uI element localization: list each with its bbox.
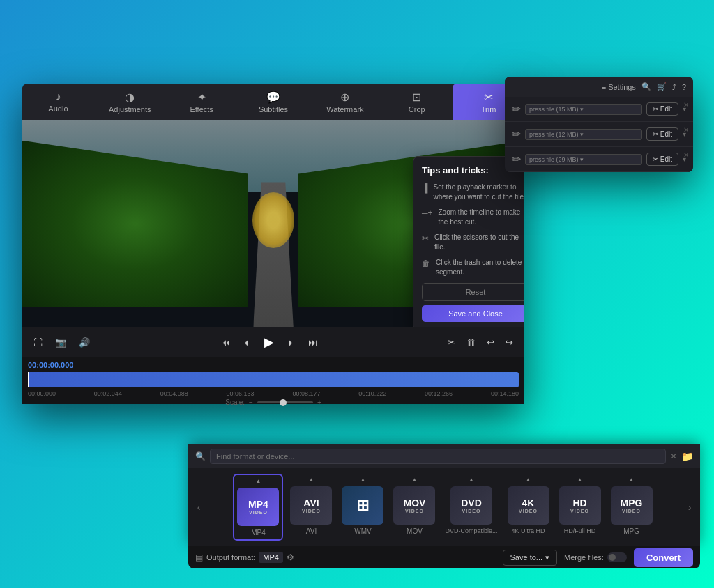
search-button[interactable]: 🔍 bbox=[641, 82, 651, 91]
format-mpg[interactable]: ▲ MPG VIDEO MPG bbox=[608, 474, 655, 541]
format-scroll: ‹ ▲ MP4 VIDEO MP4 ▲ AVI VIDEO AVI ▲ bbox=[188, 468, 700, 546]
4k-label: 4K Ultra HD bbox=[512, 527, 545, 534]
format-mov[interactable]: ▲ MOV VIDEO MOV bbox=[390, 474, 438, 541]
tab-subtitles[interactable]: 💬 Subtitles bbox=[238, 84, 310, 120]
file-2-edit-button[interactable]: ✂ Edit bbox=[646, 127, 678, 141]
prev-frame-button[interactable]: ⏴ bbox=[240, 336, 255, 349]
timeline-area: 00:00:00.000 00:00.000 00:02.044 00:04.0… bbox=[22, 357, 524, 404]
fullscreen-button[interactable]: ⛶ bbox=[31, 336, 45, 349]
cut-button[interactable]: ✂ bbox=[445, 336, 458, 349]
convert-button[interactable]: Convert bbox=[634, 548, 693, 567]
ruler-mark-2: 00:04.088 bbox=[160, 390, 188, 397]
search-clear-icon[interactable]: ✕ bbox=[670, 451, 677, 461]
tab-watermark-label: Watermark bbox=[326, 105, 363, 114]
mpg-icon: MPG VIDEO bbox=[611, 486, 653, 525]
format-next-arrow[interactable]: › bbox=[679, 502, 700, 513]
crop-icon: ⊡ bbox=[412, 91, 421, 104]
ruler-mark-0: 00:00.000 bbox=[28, 390, 56, 397]
volume-button[interactable]: 🔊 bbox=[76, 336, 93, 349]
file-item-2: ✕ ✏ press file (12 MB) ▾ ✂ Edit ▾ bbox=[505, 122, 693, 147]
output-settings-icon[interactable]: ⚙ bbox=[287, 552, 294, 562]
file-2-badge[interactable]: press file (12 MB) ▾ bbox=[525, 129, 642, 140]
delete-segment-button[interactable]: 🗑 bbox=[464, 336, 478, 349]
tab-adjustments[interactable]: ◑ Adjustments bbox=[94, 84, 166, 120]
right-panel: ≡ Settings 🔍 🛒 ⤴ ? ✕ ✏ press file (15 MB… bbox=[505, 77, 693, 172]
file-2-close[interactable]: ✕ bbox=[683, 126, 689, 134]
format-hd[interactable]: ▲ HD VIDEO HD/Full HD bbox=[556, 474, 604, 541]
scale-thumb[interactable] bbox=[280, 399, 287, 406]
format-dvd[interactable]: ▲ DVD VIDEO DVD-Compatible... bbox=[442, 474, 500, 541]
tab-crop[interactable]: ⊡ Crop bbox=[381, 84, 453, 120]
tab-bar: ♪ Audio ◑ Adjustments ✦ Effects 💬 Subtit… bbox=[22, 84, 524, 120]
tip-2-text: Zoom the timeline to make the best cut. bbox=[439, 208, 524, 227]
redo-button[interactable]: ↪ bbox=[503, 336, 516, 349]
tip-1: ▐ Set the playback marker to where you w… bbox=[422, 183, 524, 202]
format-search-input[interactable] bbox=[210, 449, 666, 464]
file-1-edit-label: Edit bbox=[660, 105, 672, 113]
file-3-badge[interactable]: press file (29 MB) ▾ bbox=[525, 154, 642, 165]
format-avi[interactable]: ▲ AVI VIDEO AVI bbox=[287, 474, 335, 541]
hd-label: HD/Full HD bbox=[564, 527, 596, 534]
format-mp4[interactable]: ▲ MP4 VIDEO MP4 bbox=[233, 474, 283, 541]
mp4-icon: MP4 VIDEO bbox=[237, 488, 279, 526]
tab-effects[interactable]: ✦ Effects bbox=[166, 84, 238, 120]
ruler-mark-7: 00:14.180 bbox=[491, 390, 519, 397]
ruler-mark-1: 00:02.044 bbox=[94, 390, 122, 397]
tab-audio[interactable]: ♪ Audio bbox=[22, 84, 94, 120]
ruler-mark-4: 00:08.177 bbox=[292, 390, 320, 397]
next-frame-button[interactable]: ⏵ bbox=[284, 336, 298, 349]
cart-button[interactable]: 🛒 bbox=[657, 82, 667, 91]
hd-icon: HD VIDEO bbox=[559, 486, 601, 525]
format-wmv[interactable]: ▲ ⊞ WMV bbox=[339, 474, 386, 541]
timeline-ruler: 00:00.000 00:02.044 00:04.088 00:06.133 … bbox=[22, 389, 524, 397]
trim-icon: ✂ bbox=[484, 91, 493, 104]
subtitles-icon: 💬 bbox=[266, 91, 280, 104]
file-1-badge[interactable]: press file (15 MB) ▾ bbox=[525, 104, 642, 115]
reset-button[interactable]: Reset bbox=[422, 283, 524, 301]
scissors-icon-1: ✂ bbox=[653, 105, 658, 113]
play-button[interactable]: ▶ bbox=[261, 333, 277, 351]
tab-trim-label: Trim bbox=[481, 105, 496, 114]
tip-zoom-icon: ─+ bbox=[422, 208, 433, 218]
scale-minus[interactable]: − bbox=[249, 399, 253, 406]
screenshot-button[interactable]: 📷 bbox=[52, 336, 69, 349]
tab-watermark[interactable]: ⊕ Watermark bbox=[309, 84, 381, 120]
output-format-section: ▤ Output format: MP4 ⚙ bbox=[195, 552, 294, 563]
format-4k[interactable]: ▲ 4K VIDEO 4K Ultra HD bbox=[505, 474, 552, 541]
folder-icon[interactable]: 📁 bbox=[681, 451, 693, 462]
file-3-edit-button[interactable]: ✂ Edit bbox=[646, 153, 678, 166]
tab-crop-label: Crop bbox=[409, 105, 425, 114]
output-format-icon: ▤ bbox=[195, 552, 203, 562]
file-3-close[interactable]: ✕ bbox=[683, 151, 689, 159]
skip-start-button[interactable]: ⏮ bbox=[218, 336, 233, 349]
file-item-1: ✕ ✏ press file (15 MB) ▾ ✂ Edit ▾ bbox=[505, 97, 693, 122]
save-close-button[interactable]: Save and Close bbox=[422, 305, 524, 322]
tip-marker-icon: ▐ bbox=[422, 183, 428, 193]
share-button[interactable]: ⤴ bbox=[672, 83, 676, 91]
scale-plus[interactable]: + bbox=[317, 399, 321, 406]
merge-files-toggle: Merge files: bbox=[564, 552, 627, 562]
search-icon: 🔍 bbox=[195, 451, 206, 461]
settings-button[interactable]: ≡ Settings bbox=[602, 83, 636, 91]
help-button[interactable]: ? bbox=[682, 83, 686, 91]
output-format-label: Output format: bbox=[206, 553, 255, 562]
mp4-label: MP4 bbox=[251, 529, 266, 536]
file-1-close[interactable]: ✕ bbox=[683, 101, 689, 109]
tip-3: ✂ Click the scissors to cut the file. bbox=[422, 233, 524, 252]
tip-4: 🗑 Click the trash can to delete a segmen… bbox=[422, 258, 524, 277]
mov-label: MOV bbox=[407, 527, 423, 535]
file-item-3: ✕ ✏ press file (29 MB) ▾ ✂ Edit ▾ bbox=[505, 147, 693, 172]
merge-toggle-switch[interactable] bbox=[607, 552, 627, 562]
ruler-mark-6: 00:12.266 bbox=[425, 390, 453, 397]
timeline-track[interactable] bbox=[28, 372, 519, 387]
file-1-edit-button[interactable]: ✂ Edit bbox=[646, 102, 678, 116]
skip-end-button[interactable]: ⏭ bbox=[305, 336, 320, 349]
tab-effects-label: Effects bbox=[190, 105, 213, 114]
settings-label: Settings bbox=[608, 83, 636, 91]
format-search-bar: 🔍 ✕ 📁 bbox=[188, 444, 700, 468]
save-to-button[interactable]: Save to... ▾ bbox=[503, 550, 557, 566]
scale-slider[interactable] bbox=[257, 401, 313, 403]
format-prev-arrow[interactable]: ‹ bbox=[188, 502, 209, 513]
undo-button[interactable]: ↩ bbox=[484, 336, 497, 349]
playhead[interactable] bbox=[28, 372, 29, 387]
